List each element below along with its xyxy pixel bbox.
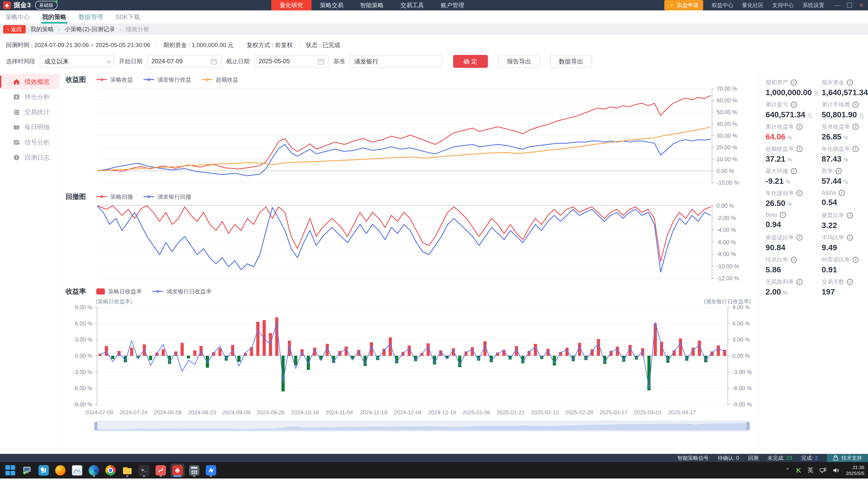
info-icon[interactable]: i — [791, 102, 797, 107]
svg-text:2024-10-18: 2024-10-18 — [291, 409, 319, 416]
taskbar-app-goldminer[interactable]: ♣ — [170, 464, 185, 477]
info-icon[interactable]: i — [852, 257, 859, 263]
network-icon[interactable] — [819, 467, 827, 474]
legend-excess-return[interactable]: 超额收益 — [202, 76, 238, 84]
info-icon[interactable]: i — [852, 124, 859, 130]
taskbar-app-chrome[interactable] — [103, 464, 118, 477]
stat-label: 夏普比率i — [822, 212, 868, 219]
period-label: 选择时间段 — [6, 57, 35, 65]
start-date-input[interactable]: 2024-07-09 — [147, 55, 222, 68]
stat-value: 26.50% — [766, 199, 822, 208]
legend-benchmark-return[interactable]: 浦发银行收益 — [143, 76, 191, 84]
taskbar-app-edge[interactable] — [87, 464, 101, 477]
taskbar-app-firefox[interactable] — [53, 464, 67, 477]
start-button[interactable] — [3, 464, 17, 477]
link-support-center[interactable]: 支持中心 — [772, 2, 794, 9]
ime-indicator[interactable]: 英 — [807, 466, 813, 474]
tab-sdk-download[interactable]: SDK下载 — [115, 10, 140, 24]
breadcrumb-item-backtest-record[interactable]: 小策略(2)-回测记录 — [65, 25, 115, 33]
sidebar-item-backtest-log[interactable]: 回测日志 — [0, 150, 59, 165]
link-rights-center[interactable]: 权益中心 — [712, 2, 734, 9]
back-button[interactable]: ‹ 返回 — [3, 25, 26, 33]
period-select[interactable]: 成立以来 — [40, 55, 115, 68]
legend-strategy-drawdown[interactable]: 策略回撤 — [96, 193, 133, 200]
sidebar-item-signal-analysis[interactable]: 信号分析 — [0, 135, 59, 150]
info-icon[interactable]: i — [852, 102, 859, 107]
minimize-icon[interactable]: — — [834, 2, 840, 9]
info-icon[interactable]: i — [797, 146, 802, 152]
taskbar-app-photos[interactable] — [70, 464, 84, 477]
link-system-settings[interactable]: 系统设置 — [803, 2, 824, 9]
tab-my-strategies[interactable]: 我的策略 — [42, 10, 66, 24]
legend-benchmark-drawdown[interactable]: 浦发银行回撤 — [143, 193, 191, 200]
photos-icon — [72, 465, 82, 476]
info-icon[interactable]: i — [852, 146, 859, 152]
sidebar-item-daily-detail[interactable]: 每日明细 — [0, 120, 59, 135]
info-icon[interactable]: i — [797, 235, 802, 240]
info-icon[interactable]: i — [797, 124, 802, 130]
taskbar-app-chart-tool[interactable] — [37, 464, 51, 477]
maximize-icon[interactable] — [847, 3, 852, 8]
menu-item-trading-tools[interactable]: 交易工具 — [392, 0, 432, 10]
confirm-button[interactable]: 确 定 — [453, 55, 488, 68]
unfinished-count[interactable]: 未完成:23 — [768, 455, 792, 461]
sidebar-item-position-analysis[interactable]: ¥ 持仓分析 — [0, 89, 59, 104]
info-icon[interactable]: i — [791, 168, 797, 174]
sidebar-item-performance-overview[interactable]: 绩效概览 — [0, 74, 59, 89]
link-quant-community[interactable]: 量化社区 — [742, 2, 764, 9]
taskbar-app-file-explorer[interactable] — [120, 464, 134, 477]
taskbar-app-calculator[interactable] — [187, 464, 201, 477]
tray-k-app-icon[interactable]: K — [796, 466, 801, 474]
menu-item-quant-research[interactable]: 量化研究 — [271, 0, 312, 10]
taskbar-app-remote-desktop[interactable] — [20, 464, 34, 477]
stat-value: 3.22 — [822, 221, 868, 230]
info-icon[interactable]: i — [797, 279, 802, 285]
tray-chevron-up-icon[interactable]: ⌃ — [785, 467, 790, 474]
tab-data-management[interactable]: 数据管理 — [79, 10, 103, 24]
tab-strategy-center[interactable]: 策略中心 — [5, 10, 30, 24]
info-icon[interactable]: i — [847, 213, 853, 218]
stat-value: 197 — [822, 287, 868, 296]
taskbar-app-terminal[interactable]: >_ — [137, 464, 151, 477]
menu-item-account-management[interactable]: 账户管理 — [432, 0, 472, 10]
menu-item-smart-strategy[interactable]: 智能策略 — [352, 0, 392, 10]
pending-count[interactable]: 待确认: 0 — [718, 455, 739, 461]
legend-strategy-return[interactable]: 策略收益 — [96, 76, 133, 84]
chart-range-slider[interactable] — [62, 420, 754, 432]
info-icon[interactable]: i — [836, 168, 841, 174]
info-icon[interactable]: i — [847, 79, 853, 86]
svg-text:0.00 %: 0.00 % — [75, 353, 92, 359]
info-icon[interactable]: i — [791, 257, 797, 263]
tech-support-button[interactable]: 技术支持 — [827, 454, 868, 462]
info-icon[interactable]: i — [847, 235, 853, 240]
chrome-icon — [105, 465, 116, 476]
live-trading-apply-button[interactable]: ⚡ 实盘申请 — [664, 0, 703, 10]
stat-label: 特雷诺比率i — [822, 256, 868, 263]
firefox-icon — [55, 465, 66, 476]
breadcrumb-item-my-strategies[interactable]: 我的策略 — [30, 25, 54, 33]
info-icon[interactable]: i — [839, 190, 845, 196]
end-date-input[interactable]: 2025-05-05 — [254, 55, 329, 68]
legend-benchmark-daily-return[interactable]: 浦发银行日收益率 — [152, 288, 212, 295]
backtest-label[interactable]: 回测 — [748, 455, 758, 461]
info-icon[interactable]: i — [847, 279, 853, 285]
export-report-button[interactable]: 报告导出 — [498, 55, 540, 68]
legend-strategy-daily-return[interactable]: 策略日收益率 — [96, 288, 142, 295]
info-icon[interactable]: i — [797, 190, 802, 196]
start-date-label: 开始日期 — [119, 57, 143, 65]
info-icon[interactable]: i — [791, 79, 797, 86]
stat-item: 交易天数i197 — [822, 278, 868, 300]
volume-icon[interactable] — [833, 467, 839, 474]
menu-item-strategy-trading[interactable]: 策略交易 — [312, 0, 352, 10]
taskbar-clock[interactable]: 21:35 2025/5/5 — [846, 464, 864, 476]
benchmark-input[interactable]: 浦发银行 — [349, 55, 442, 68]
close-icon[interactable]: ✕ — [859, 2, 864, 9]
smart-signal-label[interactable]: 智能策略信号 — [677, 455, 709, 461]
export-data-button[interactable]: 数据导出 — [550, 55, 592, 68]
finished-count[interactable]: 完成:2 — [801, 455, 818, 461]
terminal-icon: >_ — [139, 465, 149, 476]
sidebar-item-trade-statistics[interactable]: 交易统计 — [0, 104, 59, 120]
taskbar-app-red-tool[interactable] — [154, 464, 168, 477]
info-icon[interactable]: i — [780, 212, 786, 218]
taskbar-app-mail[interactable] — [204, 464, 218, 477]
